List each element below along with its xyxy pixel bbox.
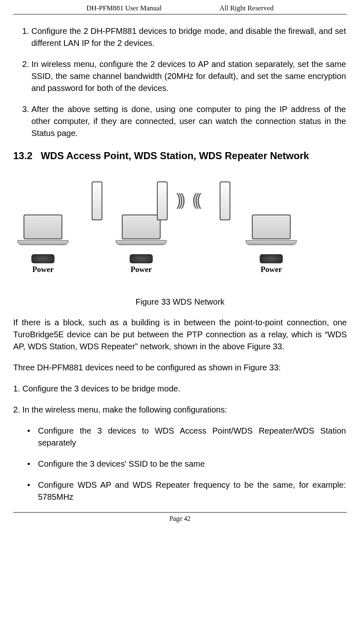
antenna-icon xyxy=(157,181,168,220)
signal-waves-icon: ))) xyxy=(195,190,201,210)
page-header: DH-PFM881 User Manual All Right Reserved xyxy=(13,4,347,14)
bullet-item: Configure the 3 devices' SSID to be the … xyxy=(38,458,347,470)
header-left: DH-PFM881 User Manual xyxy=(86,4,161,12)
section-number: 13.2 xyxy=(13,150,33,161)
paragraph: 2. In the wireless menu, make the follow… xyxy=(13,404,347,416)
list-item: Configure the 2 DH-PFM881 devices to bri… xyxy=(31,25,347,49)
power-label: Power xyxy=(130,265,152,274)
section-title: WDS Access Point, WDS Station, WDS Repea… xyxy=(41,150,309,161)
antenna-2 xyxy=(157,181,168,222)
bullet-list: Configure the 3 devices to WDS Access Po… xyxy=(13,425,347,503)
router-icon xyxy=(260,254,283,263)
antenna-icon xyxy=(220,181,230,220)
signal-waves-icon: ))) xyxy=(176,190,183,210)
router-icon xyxy=(31,254,54,263)
power-label: Power xyxy=(261,265,282,274)
list-item: In wireless menu, configure the 2 device… xyxy=(31,58,347,94)
figure-diagram: Power Power ))) ))) xyxy=(13,169,347,289)
laptop-right: Power xyxy=(242,215,300,274)
figure-caption: Figure 33 WDS Network xyxy=(13,297,347,307)
antenna-1 xyxy=(92,181,102,222)
numbered-list: Configure the 2 DH-PFM881 devices to bri… xyxy=(13,25,347,139)
laptop-middle: Power xyxy=(112,215,170,274)
paragraph: If there is a block, such as a building … xyxy=(13,317,347,353)
section-heading: 13.2WDS Access Point, WDS Station, WDS R… xyxy=(13,150,347,162)
antenna-3 xyxy=(220,181,230,222)
laptop-left: Power xyxy=(14,215,72,274)
laptop-icon xyxy=(242,215,300,252)
bullet-item: Configure WDS AP and WDS Repeater freque… xyxy=(38,479,347,503)
page-footer: Page 42 xyxy=(13,512,347,522)
antenna-icon xyxy=(92,181,102,220)
header-right: All Right Reserved xyxy=(220,4,274,12)
list-item: After the above setting is done, using o… xyxy=(31,103,347,139)
paragraph: Three DH-PFM881 devices need to be confi… xyxy=(13,362,347,374)
paragraph: 1. Configure the 3 devices to be bridge … xyxy=(13,383,347,395)
laptop-icon xyxy=(14,215,72,252)
router-icon xyxy=(130,254,153,263)
bullet-item: Configure the 3 devices to WDS Access Po… xyxy=(38,425,347,449)
power-label: Power xyxy=(32,265,54,274)
